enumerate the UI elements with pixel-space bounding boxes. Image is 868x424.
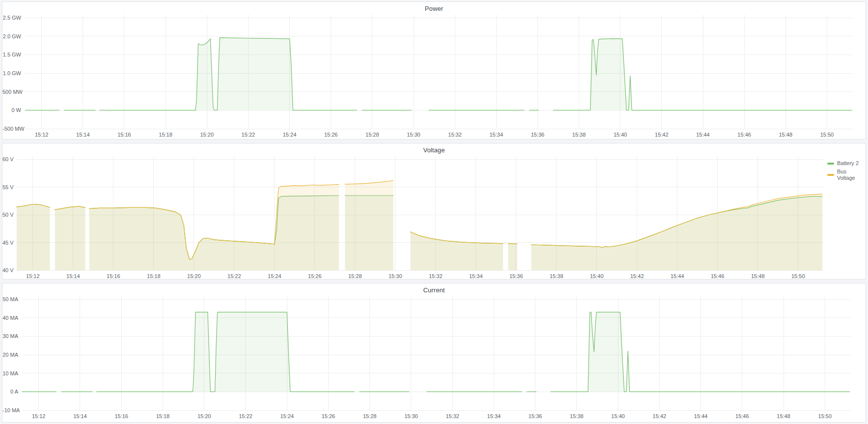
x-axis-label: 15:16 xyxy=(102,273,125,280)
x-axis-label: 15:50 xyxy=(815,131,839,138)
x-axis-label: 15:24 xyxy=(275,413,299,420)
y-axis-label: 2.5 GW xyxy=(2,14,21,21)
x-axis-label: 15:36 xyxy=(504,273,528,280)
legend-series-dash-icon xyxy=(827,174,834,176)
y-axis-label: 60 V xyxy=(2,156,13,163)
area-bus-voltage xyxy=(508,244,517,270)
x-axis-label: 15:38 xyxy=(567,131,591,138)
x-axis-label: 15:48 xyxy=(772,413,795,420)
legend-item-bus-voltage[interactable]: Bus Voltage xyxy=(827,169,866,181)
panel-header-current[interactable]: Current xyxy=(2,283,866,296)
y-axis-label: 55 V xyxy=(2,184,13,191)
current-plot-area[interactable]: 50 MA40 MA30 MA20 MA10 MA0 A-10 MA15:121… xyxy=(2,296,866,422)
gridlines xyxy=(22,296,851,410)
area-power xyxy=(100,38,357,111)
x-axis-label: 15:40 xyxy=(609,131,632,138)
x-axis-label: 15:42 xyxy=(625,273,649,280)
y-axis-label: 50 V xyxy=(2,211,13,218)
legend-series-label: Battery 2 xyxy=(837,160,859,167)
x-axis-label: 15:34 xyxy=(482,413,505,420)
x-axis-label: 15:18 xyxy=(151,413,174,420)
x-axis-label: 15:42 xyxy=(647,413,671,420)
y-axis-label: 40 MA xyxy=(2,314,18,321)
gridlines xyxy=(25,15,853,129)
x-axis-label: 15:32 xyxy=(441,413,464,420)
x-axis-label: 15:26 xyxy=(303,273,327,280)
x-axis-label: 15:34 xyxy=(464,273,488,280)
y-axis-label: 1.0 GW xyxy=(2,70,21,77)
y-axis-label: 50 MA xyxy=(2,296,18,303)
voltage-canvas[interactable] xyxy=(17,156,823,270)
x-axis-label: 15:20 xyxy=(193,413,216,420)
x-axis-label: 15:18 xyxy=(154,131,177,138)
x-axis-label: 15:48 xyxy=(746,273,770,280)
voltage-plot-area[interactable]: 60 V55 V50 V45 V40 V15:1215:1415:1615:18… xyxy=(2,156,866,279)
x-axis-label: 15:38 xyxy=(565,413,588,420)
y-axis-label: 2.0 GW xyxy=(2,33,21,40)
y-axis-label: 0 A xyxy=(2,388,18,395)
x-axis-label: 15:22 xyxy=(236,131,260,138)
y-axis-label: 45 V xyxy=(2,239,13,246)
x-axis-label: 15:16 xyxy=(110,413,133,420)
y-axis-label: 500 MW xyxy=(2,88,21,95)
x-axis-label: 15:16 xyxy=(112,131,136,138)
x-axis-label: 15:50 xyxy=(786,273,810,280)
area-current xyxy=(97,312,355,392)
legend: Battery 2Bus Voltage xyxy=(827,160,866,181)
panel-title-current[interactable]: Current xyxy=(423,286,445,294)
power-canvas[interactable] xyxy=(25,15,853,129)
x-axis-label: 15:36 xyxy=(526,131,549,138)
x-axis-label: 15:24 xyxy=(278,131,302,138)
x-axis-label: 15:44 xyxy=(691,131,715,138)
y-axis-label: 0 W xyxy=(2,107,21,113)
x-axis-label: 15:40 xyxy=(585,273,609,280)
area-bus-voltage xyxy=(532,194,823,270)
x-axis-label: 15:32 xyxy=(424,273,448,280)
y-axis-label: 20 MA xyxy=(2,351,18,358)
x-axis-label: 15:30 xyxy=(384,273,407,280)
panel-header-power[interactable]: Power xyxy=(2,2,866,15)
x-axis-label: 15:24 xyxy=(263,273,286,280)
panel-header-voltage[interactable]: Voltage xyxy=(2,143,866,156)
x-axis-label: 15:20 xyxy=(195,131,219,138)
line-bus-voltage xyxy=(508,244,517,244)
x-axis-label: 15:36 xyxy=(524,413,547,420)
power-plot-area[interactable]: 2.5 GW2.0 GW1.5 GW1.0 GW500 MW0 W-500 MW… xyxy=(2,15,866,139)
area-bus-voltage xyxy=(55,206,85,270)
x-axis-label: 15:14 xyxy=(61,273,85,280)
x-axis-label: 15:44 xyxy=(689,413,713,420)
x-axis-label: 15:46 xyxy=(730,413,754,420)
y-axis-label: 1.5 GW xyxy=(2,51,21,58)
x-axis-label: 15:38 xyxy=(545,273,568,280)
area-bus-voltage xyxy=(345,181,393,271)
x-axis-label: 15:28 xyxy=(343,273,367,280)
y-axis-label: 10 MA xyxy=(2,370,18,377)
legend-item-battery-2[interactable]: Battery 2 xyxy=(827,160,866,167)
x-axis-label: 15:44 xyxy=(666,273,689,280)
x-axis-label: 15:28 xyxy=(358,413,382,420)
panel-title-power[interactable]: Power xyxy=(425,5,443,12)
x-axis-label: 15:12 xyxy=(27,413,51,420)
x-axis-label: 15:46 xyxy=(706,273,729,280)
x-axis-label: 15:20 xyxy=(182,273,206,280)
current-canvas[interactable] xyxy=(22,296,851,410)
panel-current: Current 50 MA40 MA30 MA20 MA10 MA0 A-10 … xyxy=(2,283,866,423)
x-axis-label: 15:14 xyxy=(68,413,92,420)
x-axis-label: 15:30 xyxy=(402,131,425,138)
panel-title-voltage[interactable]: Voltage xyxy=(423,146,445,154)
x-axis-label: 15:40 xyxy=(606,413,630,420)
x-axis-label: 15:42 xyxy=(650,131,673,138)
x-axis-label: 15:12 xyxy=(30,131,54,138)
dashboard: Power 2.5 GW2.0 GW1.5 GW1.0 GW500 MW0 W-… xyxy=(0,0,868,424)
x-axis-label: 15:34 xyxy=(484,131,508,138)
x-axis-label: 15:12 xyxy=(21,273,45,280)
panel-power: Power 2.5 GW2.0 GW1.5 GW1.0 GW500 MW0 W-… xyxy=(2,1,866,140)
x-axis-label: 15:26 xyxy=(316,413,340,420)
x-axis-label: 15:18 xyxy=(142,273,166,280)
panel-voltage: Voltage 60 V55 V50 V45 V40 V15:1215:1415… xyxy=(2,143,866,280)
area-bus-voltage xyxy=(17,204,50,271)
legend-series-label: Bus Voltage xyxy=(837,169,866,181)
area-bus-voltage xyxy=(89,184,339,270)
x-axis-label: 15:32 xyxy=(443,131,467,138)
y-axis-label: -10 MA xyxy=(2,407,18,414)
